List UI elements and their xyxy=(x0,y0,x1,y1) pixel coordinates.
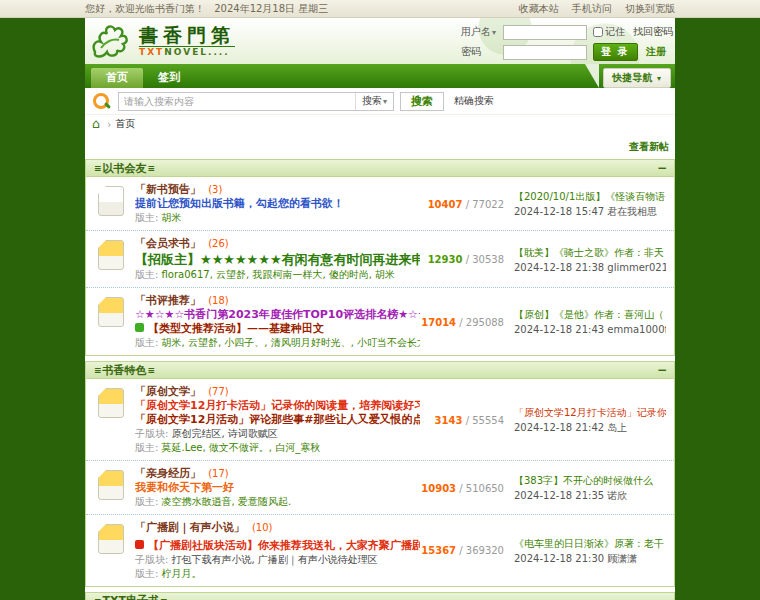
last-post-link[interactable]: 「原创文学12月打卡活动」记录你 ... xyxy=(514,406,666,419)
collapse-button[interactable]: − xyxy=(657,594,667,600)
forum-section: ≡ TXT电子书 ≡ − 海外名作-TXT全集下载 (24) 外文原版 中文翻译… xyxy=(85,592,675,600)
section-deco-right: ≡ xyxy=(160,596,168,600)
bookmark-site-link[interactable]: 收藏本站 xyxy=(519,3,559,14)
forum-name-link[interactable]: 「亲身经历」 xyxy=(135,467,201,480)
forum-stats: 12930 / 30538 xyxy=(420,254,504,265)
logo-subtitle: TXTNOVEL.... xyxy=(139,47,235,57)
tab-checkin[interactable]: 签到 xyxy=(143,68,195,88)
forum-icon[interactable] xyxy=(98,297,124,327)
moderator-label: 版主: xyxy=(135,568,158,579)
subforum-links[interactable]: 原创完结区, 诗词歌赋区 xyxy=(172,428,278,439)
post-count: 77022 xyxy=(472,199,504,210)
last-post-link[interactable]: 【383字】不开心的时候做什么 xyxy=(514,474,666,487)
advanced-search-link[interactable]: 精确搜索 xyxy=(454,94,494,108)
last-post: 【2020/10/1出版】《怪谈百物语： ... 2024-12-18 15:4… xyxy=(514,190,666,218)
chevron-down-icon: ▾ xyxy=(657,74,661,83)
last-post-meta: 2024-12-18 15:47 君在我相思 xyxy=(514,205,666,218)
last-post-meta: 2024-12-18 21:30 顾潇潇 xyxy=(514,552,666,565)
site-logo[interactable]: 書香門第 TXTNOVEL.... xyxy=(85,22,235,60)
last-post-link[interactable]: 【2020/10/1出版】《怪谈百物语： ... xyxy=(514,190,666,203)
password-label: 密码 xyxy=(461,45,503,59)
greeting-text: 您好，欢迎光临书香门第！ 2024年12月18日 星期三 xyxy=(85,2,328,16)
post-count: 369320 xyxy=(466,545,504,556)
username-dropdown-caret[interactable]: ▾ xyxy=(492,28,496,37)
switch-wide-link[interactable]: 切换到宽版 xyxy=(625,3,675,14)
forum-name-link[interactable]: 「会员求书」 xyxy=(135,237,201,250)
remember-checkbox-wrap: 记住 xyxy=(593,25,625,39)
tab-home[interactable]: 首页 xyxy=(91,68,143,88)
forum-description[interactable]: 提前让您预知出版书籍，勾起您的看书欲！ xyxy=(135,197,420,211)
login-button[interactable]: 登 录 xyxy=(593,43,638,61)
subforum-links[interactable]: 打包下载有声小说, 广播剧｜有声小说待处理区 xyxy=(172,554,378,565)
search-input[interactable] xyxy=(119,93,355,110)
last-post: 【耽美】《骑士之歌》作者：非天 ... 2024-12-18 21:38 gli… xyxy=(514,246,666,274)
register-link[interactable]: 注册 xyxy=(646,45,666,59)
moderator-label: 版主: xyxy=(135,212,158,223)
subforum-label: 子版块: xyxy=(135,428,168,439)
forum-description[interactable]: 我要和你天下第一好 xyxy=(135,481,420,495)
last-post-link[interactable]: 《电车里的日日渐浓》原著：老干 ... xyxy=(514,537,666,550)
moderator-line: 版主: flora0617, 云望舒, 我跟柯南一样大, 傻的时尚, 胡米 xyxy=(135,268,420,282)
last-post-link[interactable]: 【耽美】《骑士之歌》作者：非天 ... xyxy=(514,246,666,259)
view-new-posts-link[interactable]: 查看新帖 xyxy=(629,141,669,152)
forum-icon[interactable] xyxy=(98,524,124,554)
forum-row: 「书评推荐」 (18) ☆★☆★☆书香门第2023年度佳作TOP10评选排名榜★… xyxy=(86,288,674,355)
forum-icon[interactable] xyxy=(98,186,124,216)
last-post-meta: 2024-12-18 21:35 诺欣 xyxy=(514,489,666,502)
moderator-links[interactable]: flora0617, 云望舒, 我跟柯南一样大, 傻的时尚, 胡米 xyxy=(162,269,396,280)
section-title[interactable]: 以书会友 xyxy=(103,161,147,176)
forum-description[interactable]: 【类型文推荐活动】——基建种田文 xyxy=(135,322,420,336)
forum-name-link[interactable]: 「广播剧｜有声小说」 xyxy=(135,521,245,534)
last-post-link[interactable]: 【原创】《是他》作者：喜河山（ ... xyxy=(514,308,666,321)
collapse-button[interactable]: − xyxy=(657,161,667,175)
forum-description[interactable]: 「原创文学12月活动」评论那些事#那些让人又爱又恨的点评# xyxy=(135,413,420,427)
moderator-links[interactable]: 莫延.Lee, 做文不做评。, 白河_寒秋 xyxy=(162,442,321,453)
moderator-links[interactable]: 柠月月。 xyxy=(162,568,202,579)
section-title[interactable]: TXT电子书 xyxy=(103,593,160,600)
quick-nav-button[interactable]: 快捷导航 ▾ xyxy=(603,68,672,88)
today-post-count: (26) xyxy=(208,238,229,249)
forum-description[interactable]: 【招版主】★★★★★★★有闲有意有时间再进来申请★★★★★★★ xyxy=(135,251,420,268)
moderator-links[interactable]: 胡米, 云望舒, 小四子、, 清风明月好时光、, 小叮当不会长大 xyxy=(162,337,420,348)
site-header: 書香門第 TXTNOVEL.... 用户名▾ 记住 找回密码 密码 xyxy=(85,18,675,64)
forum-description[interactable]: 【广播剧社版块活动】你来推荐我送礼，大家齐聚广播剧！HOT xyxy=(135,535,420,553)
breadcrumb-home-link[interactable]: 首页 xyxy=(115,117,135,131)
home-icon[interactable]: ⌂ xyxy=(92,118,100,130)
remember-label: 记住 xyxy=(605,25,625,39)
breadcrumb-separator: › xyxy=(107,119,111,130)
forum-row: 「原创文学」 (77) 「原创文学12月打卡活动」记录你的阅读量，培养阅读好习惯… xyxy=(86,379,674,461)
search-button[interactable]: 搜索 xyxy=(400,92,444,111)
section-deco-left: ≡ xyxy=(94,163,102,173)
forum-description[interactable]: ☆★☆★☆书香门第2023年度佳作TOP10评选排名榜★☆★☆★ xyxy=(135,308,420,322)
forum-icon[interactable] xyxy=(98,240,124,270)
forum-name-link[interactable]: 「书评推荐」 xyxy=(135,294,201,307)
moderator-links[interactable]: 凌空携水散逍音, 爱意随风起. xyxy=(162,496,292,507)
mobile-access-link[interactable]: 手机访问 xyxy=(572,3,612,14)
username-field[interactable] xyxy=(503,25,587,40)
current-date: 2024年12月18日 星期三 xyxy=(214,3,328,14)
forum-name-link[interactable]: 「新书预告」 xyxy=(135,183,201,196)
forum-icon[interactable] xyxy=(98,388,124,418)
remember-checkbox[interactable] xyxy=(593,27,603,37)
thread-count: 12930 xyxy=(428,254,463,265)
collapse-button[interactable]: − xyxy=(657,363,667,377)
moderator-links[interactable]: 胡米 xyxy=(162,212,182,223)
last-post-meta: 2024-12-18 21:43 emma1000fr xyxy=(514,323,666,336)
forum-icon[interactable] xyxy=(98,470,124,500)
section-title[interactable]: 书香特色 xyxy=(103,363,147,378)
section-deco-left: ≡ xyxy=(94,596,102,600)
nav-notch-decoration xyxy=(585,64,599,88)
password-field[interactable] xyxy=(503,45,587,60)
forum-description[interactable]: 「原创文学12月打卡活动」记录你的阅读量，培养阅读好习惯#为你的阅读打个卡吧# xyxy=(135,399,420,413)
forgot-password-link[interactable]: 找回密码 xyxy=(633,25,673,39)
search-scope-dropdown[interactable]: 搜索▾ xyxy=(355,93,393,110)
page: 您好，欢迎光临书香门第！ 2024年12月18日 星期三 收藏本站 手机访问 切… xyxy=(0,0,760,600)
logo-title: 書香門第 xyxy=(139,25,235,47)
today-post-count: (18) xyxy=(208,295,229,306)
forum-stats: 3143 / 55554 xyxy=(420,415,504,426)
section-deco-right: ≡ xyxy=(148,365,156,375)
subforum-line: 子版块: 打包下载有声小说, 广播剧｜有声小说待处理区 xyxy=(135,553,420,567)
forum-name-link[interactable]: 「原创文学」 xyxy=(135,385,201,398)
last-post: 《电车里的日日渐浓》原著：老干 ... 2024-12-18 21:30 顾潇潇 xyxy=(514,537,666,565)
forum-section: ≡ 以书会友 ≡ − 「新书预告」 (3) 提前让您预知出版书籍，勾起您的看书欲… xyxy=(85,159,675,356)
